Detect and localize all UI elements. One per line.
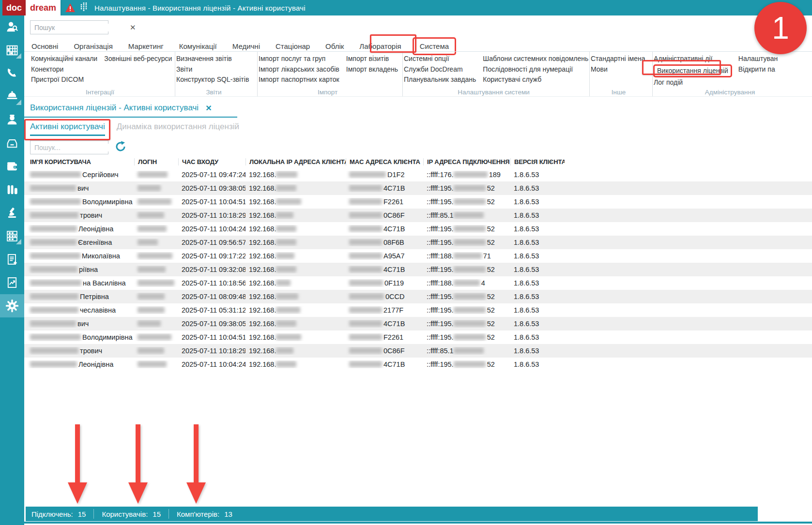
table-row[interactable]: Петрівна2025-07-11 08:09:48192.168.0CCD:… <box>24 290 812 303</box>
column-header[interactable]: ІМ'Я КОРИСТУВАЧА <box>24 158 134 165</box>
column-header[interactable]: ЛОКАЛЬНА IP АДРЕСА КЛІЄНТА <box>245 158 346 165</box>
ribbon-tab-Основні[interactable]: Основні <box>31 42 58 50</box>
ribbon-item[interactable]: Звіти <box>176 64 249 75</box>
table-row[interactable]: Миколаївна2025-07-11 09:17:22192.168.A95… <box>24 249 812 263</box>
column-header[interactable]: MAC АДРЕСА КЛІЄНТА <box>346 158 423 165</box>
ribbon-item[interactable]: Зовнішні веб-ресурси <box>104 54 172 64</box>
table-row[interactable]: вич2025-07-11 09:38:05192.168.4C71B::fff… <box>24 317 812 330</box>
table-row[interactable]: Володимирівна2025-07-11 10:04:51192.168.… <box>24 330 812 344</box>
cell-local-ip: 192.168. <box>245 360 346 368</box>
clear-search-icon[interactable]: ✕ <box>126 23 140 32</box>
column-header[interactable]: ЧАС ВХОДУ <box>178 158 245 165</box>
sidebar-item-payments[interactable] <box>0 155 24 178</box>
sidebar-item-settings[interactable] <box>0 294 24 317</box>
sidebar-item-microscopy[interactable] <box>0 201 24 225</box>
ribbon-tab-Медичні[interactable]: Медичні <box>232 42 260 50</box>
subtab-inactive[interactable]: Динаміка використання ліцензій <box>117 122 239 135</box>
table-row[interactable]: на Василівна2025-07-11 10:18:56192.168.0… <box>24 276 812 290</box>
warning-icon[interactable] <box>65 3 75 12</box>
table-row[interactable]: вич2025-07-11 09:38:05192.168.4C71B::fff… <box>24 181 812 195</box>
table-row[interactable]: Євгеніївна2025-07-11 09:56:57192.168.08F… <box>24 236 812 249</box>
sidebar-item-documents[interactable] <box>0 132 24 155</box>
redacted-text <box>138 280 174 286</box>
ribbon-item[interactable]: Визначення звітів <box>176 54 249 64</box>
ribbon-item[interactable]: Імпорт візитів <box>346 54 398 64</box>
ribbon-tab-Організація[interactable]: Організація <box>74 42 112 50</box>
ribbon-item[interactable]: Конектори <box>31 64 97 75</box>
cell-login-time: 2025-07-11 09:47:24 <box>178 171 245 179</box>
cell-version: 1.8.6.53 <box>510 320 565 328</box>
sidebar-item-lab-samples[interactable] <box>0 178 24 201</box>
document-tab[interactable]: Використання ліцензій - Активні користув… <box>30 103 212 113</box>
sidebar-item-schedule[interactable] <box>0 39 24 62</box>
ribbon-item[interactable]: Імпорт лікарських засобів <box>259 64 339 75</box>
redacted-text <box>454 185 486 191</box>
sidebar-item-patients[interactable] <box>0 15 24 39</box>
table-row[interactable]: ріївна2025-07-11 09:32:08192.168.4C71B::… <box>24 263 812 276</box>
redacted-text <box>349 347 382 354</box>
ribbon-item[interactable]: Пристрої DICOM <box>31 75 97 85</box>
ribbon-item[interactable]: Налаштуван <box>738 54 778 64</box>
cell-local-ip: 192.168. <box>245 171 346 179</box>
table-row[interactable]: чеславівна2025-07-11 05:31:12192.168.217… <box>24 303 812 317</box>
ribbon-item[interactable]: Імпорт паспортних карток <box>259 75 339 85</box>
cell-user-name: чеславівна <box>24 306 134 314</box>
refresh-icon[interactable] <box>114 140 127 153</box>
sidebar-item-staff[interactable] <box>0 108 24 132</box>
close-tab-icon[interactable]: ✕ <box>205 104 212 113</box>
ribbon-item[interactable]: Використання ліцензій <box>655 66 731 76</box>
cell-login-time: 2025-07-11 09:38:05 <box>178 320 245 328</box>
cell-local-ip: 192.168. <box>245 320 346 328</box>
ribbon-tab-Облік[interactable]: Облік <box>325 42 344 50</box>
ribbon-item[interactable]: Комунікаційні канали <box>31 54 97 64</box>
ribbon-tab-Лабораторія[interactable]: Лабораторія <box>359 42 401 50</box>
ribbon-search-input[interactable] <box>31 24 126 31</box>
table-search-input[interactable] <box>31 144 126 151</box>
redacted-text <box>30 212 78 218</box>
column-header[interactable]: IP АДРЕСА ПІДКЛЮЧЕННЯ <box>423 158 510 165</box>
ribbon-item[interactable]: Імпорт послуг та груп <box>259 54 339 64</box>
cell-login-time: 2025-07-11 05:31:12 <box>178 306 245 314</box>
ribbon-item[interactable]: Послідовності для нумерації <box>483 64 588 75</box>
ribbon-item[interactable]: Відкрити па <box>738 64 778 75</box>
ribbon-group: Імпорт послуг та групІмпорт лікарських з… <box>258 52 403 96</box>
table-row[interactable]: Сергійович2025-07-11 09:47:24192.168.D1F… <box>24 168 812 181</box>
ribbon-item[interactable]: Шаблони системних повідомлень <box>483 54 588 64</box>
table-row[interactable]: трович2025-07-11 10:18:29192.168.0C86F::… <box>24 209 812 222</box>
table-row[interactable]: Леонідівна2025-07-11 10:04:24192.168.4C7… <box>24 358 812 371</box>
ribbon: ✕ ОсновніОрганізаціяМаркетингКомунікації… <box>24 15 812 97</box>
column-header[interactable]: ВЕРСІЯ КЛІЄНТА <box>510 158 565 165</box>
sidebar-item-prescriptions[interactable] <box>0 248 24 271</box>
ribbon-item[interactable]: Стандартні імена <box>591 54 645 64</box>
ribbon-group-column: Імпорт візитівІмпорт вкладень <box>346 54 398 85</box>
column-header[interactable]: ЛОГІН <box>134 158 178 165</box>
cell-mac: 0C86F <box>346 347 423 355</box>
sidebar-item-calls[interactable] <box>0 62 24 85</box>
ribbon-item[interactable]: Служби DocDream <box>404 64 476 75</box>
corner-fold-icon <box>16 53 21 59</box>
ribbon-tab-Комунікації[interactable]: Комунікації <box>179 42 217 50</box>
ribbon-item[interactable]: Адміністративні дії <box>654 54 732 64</box>
ribbon-item[interactable]: Лог подій <box>654 77 732 88</box>
redacted-text <box>30 347 78 354</box>
sidebar-item-reception[interactable] <box>0 85 24 108</box>
ribbon-tab-Стаціонар[interactable]: Стаціонар <box>276 42 310 50</box>
redacted-text <box>349 266 382 272</box>
cell-login-time: 2025-07-11 10:18:29 <box>178 211 245 219</box>
ribbon-item[interactable]: Користувачі служб <box>483 75 588 85</box>
sidebar-item-reports[interactable] <box>0 271 24 294</box>
logo-dream: dream <box>26 0 61 15</box>
ribbon-item[interactable]: Планувальник завдань <box>404 75 476 85</box>
ribbon-item[interactable]: Системні опції <box>404 54 476 64</box>
sidebar-item-warehouse[interactable] <box>0 225 24 248</box>
ribbon-item[interactable]: Імпорт вкладень <box>346 64 398 75</box>
ribbon-tab-Маркетинг[interactable]: Маркетинг <box>128 42 164 50</box>
table-row[interactable]: трович2025-07-11 10:18:29192.168.0C86F::… <box>24 344 812 358</box>
ribbon-item[interactable]: Мови <box>591 64 645 75</box>
apps-grid-icon[interactable] <box>80 2 89 13</box>
subtab-active[interactable]: Активні користувачі <box>30 122 105 136</box>
table-row[interactable]: Леонідівна2025-07-11 10:04:24192.168.4C7… <box>24 222 812 236</box>
ribbon-item[interactable]: Конструктор SQL-звітів <box>176 75 249 85</box>
table-row[interactable]: Володимирівна2025-07-11 10:04:51192.168.… <box>24 195 812 209</box>
status-item: Комп'ютерів:13 <box>169 509 240 519</box>
